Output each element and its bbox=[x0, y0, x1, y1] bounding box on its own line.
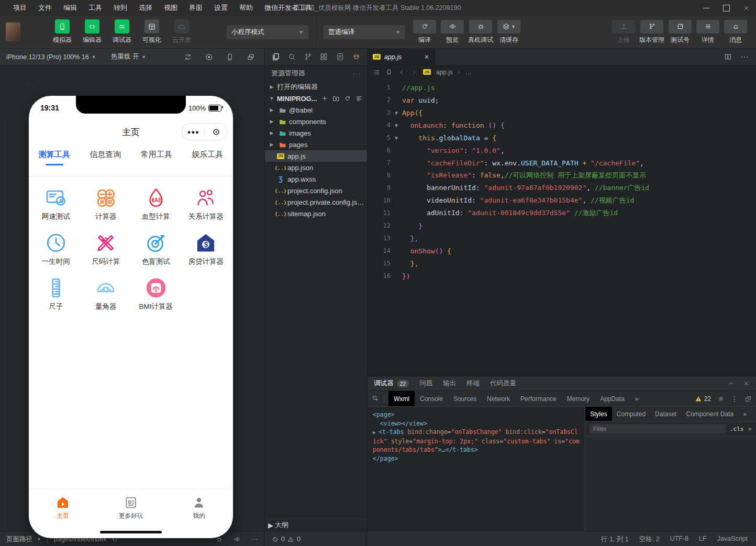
collapse-panel-icon[interactable] bbox=[728, 380, 735, 387]
file-@babel[interactable]: ▶@babel bbox=[265, 104, 367, 116]
more-menu-button[interactable]: ●●● bbox=[182, 129, 205, 135]
menu-item[interactable]: 转到 bbox=[108, 3, 133, 13]
outline-icon[interactable] bbox=[373, 69, 380, 76]
avatar[interactable] bbox=[6, 23, 20, 41]
eye-icon[interactable] bbox=[234, 536, 241, 543]
tab-测算工具[interactable]: 测算工具 bbox=[29, 150, 80, 166]
tool-色盲测试[interactable]: 色盲测试 bbox=[131, 227, 181, 272]
tool-计算器[interactable]: 计算器 bbox=[81, 182, 131, 227]
inspect-icon[interactable] bbox=[372, 395, 380, 403]
new-style-rule-button[interactable]: + bbox=[748, 425, 752, 433]
menu-item[interactable]: 界面 bbox=[183, 3, 208, 13]
styles-tab-Computed[interactable]: Computed bbox=[612, 407, 650, 421]
wxfile-icon[interactable] bbox=[336, 52, 344, 61]
simulator-button[interactable]: 模拟器 bbox=[50, 19, 75, 44]
tool-房贷计算器[interactable]: $房贷计算器 bbox=[181, 227, 231, 272]
undock-icon[interactable] bbox=[744, 395, 752, 403]
file-app.wxss[interactable]: Ʒapp.wxss bbox=[265, 173, 367, 185]
cls-toggle[interactable]: .cls bbox=[730, 426, 744, 432]
debugger-tab-代码质量[interactable]: 代码质量 bbox=[490, 379, 516, 388]
styles-tab-Dataset[interactable]: Dataset bbox=[650, 407, 681, 421]
menu-item[interactable]: 文件 bbox=[32, 3, 58, 13]
statusbar-problems[interactable]: 00 bbox=[264, 531, 366, 546]
warning-count[interactable]: 22 bbox=[695, 395, 711, 403]
tabbar-主页[interactable]: 主页 bbox=[29, 495, 97, 520]
statusbar-item[interactable]: 行 1, 列 1 bbox=[601, 535, 629, 544]
tool-关系计算器[interactable]: 关系计算器 bbox=[181, 182, 231, 227]
cloud-dev-button[interactable]: 云开发 bbox=[169, 19, 194, 44]
statusbar-item[interactable]: 空格: 2 bbox=[639, 535, 660, 544]
fold-icon[interactable]: ▼ bbox=[391, 135, 402, 141]
statusbar-item[interactable]: UTF-8 bbox=[670, 535, 688, 544]
menu-item[interactable]: 帮助 bbox=[234, 3, 259, 13]
wxml-line[interactable]: <page> bbox=[373, 410, 580, 419]
devtools-tab-Console[interactable]: Console bbox=[415, 391, 448, 406]
back-icon[interactable] bbox=[398, 69, 405, 76]
debugger-tab-终端[interactable]: 终端 bbox=[466, 379, 480, 388]
tool-血型计算[interactable]: AB血型计算 bbox=[131, 182, 181, 227]
minimize-button[interactable] bbox=[696, 0, 716, 16]
tab-信息查询[interactable]: 信息查询 bbox=[80, 150, 131, 166]
devtools-tab-»[interactable]: » bbox=[630, 391, 644, 406]
menu-item[interactable]: 设置 bbox=[208, 3, 234, 13]
paw-icon[interactable] bbox=[352, 52, 361, 61]
filter-input[interactable] bbox=[590, 424, 726, 433]
device-debug-button[interactable]: 真机调试 bbox=[468, 20, 493, 44]
kebab-menu-icon[interactable]: ⋮ bbox=[731, 395, 738, 403]
breadcrumb-more[interactable]: … bbox=[465, 69, 472, 76]
editor-tab-appjs[interactable]: JS app.js ✕ bbox=[368, 49, 435, 65]
plus-icon[interactable] bbox=[321, 95, 328, 102]
devtools-tab-Performance[interactable]: Performance bbox=[515, 391, 562, 406]
page-path-label[interactable]: 页面路径 bbox=[6, 535, 32, 544]
devtools-tab-Sources[interactable]: Sources bbox=[448, 391, 482, 406]
clear-cache-button[interactable]: ▼清缓存 bbox=[497, 20, 521, 44]
file-app.json[interactable]: {..}app.json bbox=[265, 162, 367, 173]
file-app.js[interactable]: JSapp.js bbox=[265, 150, 367, 162]
tool-量角器[interactable]: 量角器 bbox=[81, 272, 131, 317]
styles-tab-»[interactable]: » bbox=[738, 407, 751, 421]
collapseall-icon[interactable] bbox=[355, 95, 363, 102]
close-button[interactable] bbox=[736, 0, 756, 16]
menu-item[interactable]: 项目 bbox=[7, 3, 32, 13]
breadcrumb-file[interactable]: app.js bbox=[436, 69, 453, 76]
menu-item[interactable]: 工具 bbox=[83, 3, 108, 13]
menu-item[interactable]: 选择 bbox=[133, 3, 158, 13]
devtools-tab-Memory[interactable]: Memory bbox=[562, 391, 595, 406]
settings-icon[interactable] bbox=[717, 395, 725, 403]
messages-button[interactable]: 消息 bbox=[724, 20, 748, 44]
search-icon[interactable] bbox=[287, 52, 296, 61]
maximize-button[interactable] bbox=[716, 0, 736, 16]
file-project.private.config.js…[interactable]: {..}project.private.config.js… bbox=[265, 196, 367, 208]
debugger-button[interactable]: 调试器 bbox=[109, 19, 135, 44]
tool-尺码计算[interactable]: 尺码计算 bbox=[81, 227, 131, 272]
test-account-button[interactable]: 测试号 bbox=[668, 20, 692, 44]
devtools-tab-Wxml[interactable]: Wxml bbox=[388, 391, 415, 406]
hot-reload-toggle[interactable]: 热重载 开 ▼ bbox=[111, 52, 146, 61]
menu-item[interactable]: 视图 bbox=[158, 3, 183, 13]
open-editors-section[interactable]: ▶ 打开的编辑器 bbox=[265, 81, 367, 93]
tool-BMI计算器[interactable]: BMI计算器 bbox=[131, 272, 181, 317]
menu-item[interactable]: 微信开发者工具 bbox=[259, 3, 318, 13]
devtools-tab-Network[interactable]: Network bbox=[482, 391, 515, 406]
wxml-tree-pane[interactable]: <page> <view></view>▶<t-tabs bind:change… bbox=[368, 407, 585, 531]
file-pages[interactable]: ▶pages bbox=[265, 139, 367, 150]
files-icon[interactable] bbox=[271, 52, 280, 61]
stop-icon[interactable] bbox=[205, 53, 213, 61]
device-select[interactable]: iPhone 12/13 (Pro) 100% 16 ▼ bbox=[6, 53, 96, 61]
statusbar-item[interactable]: JavaScript bbox=[717, 535, 748, 544]
version-control-button[interactable]: 版本管理 bbox=[639, 20, 664, 44]
preview-button[interactable]: 预览 bbox=[440, 20, 464, 44]
mode-select[interactable]: 小程序模式 ▼ bbox=[227, 25, 308, 39]
file-components[interactable]: ▶components bbox=[265, 116, 367, 127]
wxml-line[interactable]: <view></view> bbox=[373, 419, 580, 428]
more-actions-icon[interactable]: ··· bbox=[251, 536, 258, 543]
close-panel-icon[interactable] bbox=[743, 380, 750, 387]
rotate-icon[interactable] bbox=[184, 53, 192, 61]
debugger-tab-输出[interactable]: 输出 bbox=[443, 379, 456, 388]
newfolder-icon[interactable] bbox=[332, 95, 340, 102]
tab-娱乐工具[interactable]: 娱乐工具 bbox=[182, 150, 234, 166]
phone-icon[interactable] bbox=[226, 53, 234, 61]
file-project.config.json[interactable]: {..}project.config.json bbox=[265, 185, 367, 196]
bookmark-icon[interactable] bbox=[385, 69, 393, 76]
wxml-line[interactable]: </page> bbox=[373, 454, 580, 463]
